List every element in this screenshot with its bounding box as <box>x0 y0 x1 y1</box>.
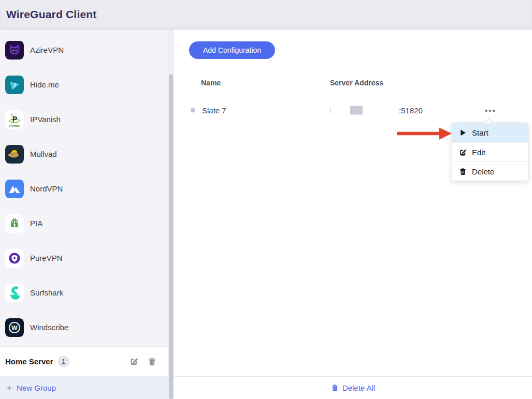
hideme-logo-icon <box>5 76 24 94</box>
sidebar-item-azirevpn[interactable]: AzireVPN <box>0 33 174 67</box>
row-context-menu: Start Edit Delete <box>452 123 528 181</box>
svg-text:IPVANISH: IPVANISH <box>9 124 20 127</box>
new-group-label: New Group <box>17 383 56 392</box>
azirevpn-logo-icon <box>5 41 24 60</box>
provider-label: Windscribe <box>30 323 68 332</box>
app-header: WireGuard Client <box>0 0 532 29</box>
menu-item-start[interactable]: Start <box>452 123 528 142</box>
redacted-address-fragment <box>330 107 331 114</box>
page-title: WireGuard Client <box>6 8 97 21</box>
menu-item-label: Edit <box>472 148 485 157</box>
sidebar-item-ipvanish[interactable]: PIPVANISH IPVanish <box>0 102 174 137</box>
svg-text:W: W <box>11 324 18 331</box>
red-pointer-arrow <box>397 126 452 143</box>
play-icon <box>459 129 467 137</box>
wireguard-client-app: WireGuard Client AzireVPN Hide.me <box>0 0 532 399</box>
sidebar-item-windscribe[interactable]: W Windscribe <box>0 310 174 345</box>
surfshark-logo-icon <box>5 284 24 302</box>
pia-logo-icon <box>5 214 24 233</box>
menu-item-edit[interactable]: Edit <box>452 142 528 161</box>
provider-label: Mullvad <box>30 150 57 158</box>
provider-label: IPVanish <box>30 115 61 124</box>
new-group-button[interactable]: + New Group <box>0 376 174 399</box>
sidebar-item-purevpn[interactable]: PureVPN <box>0 241 174 275</box>
add-configuration-button[interactable]: Add Configuration <box>189 41 275 59</box>
sidebar-scrollbar-thumb[interactable] <box>169 74 173 399</box>
delete-all-label: Delete All <box>342 383 375 392</box>
sidebar: AzireVPN Hide.me PIPVANISH IPVanish <box>0 29 174 399</box>
sidebar-item-hideme[interactable]: Hide.me <box>0 67 174 102</box>
svg-text:P: P <box>12 114 17 123</box>
row-actions-menu-button[interactable]: ••• <box>482 106 499 114</box>
config-name: Slate 7 <box>202 106 226 114</box>
sidebar-item-nordvpn[interactable]: NordVPN <box>0 171 174 206</box>
redacted-address-box <box>350 106 363 114</box>
group-actions <box>130 357 156 366</box>
edit-group-icon[interactable] <box>130 357 138 366</box>
nordvpn-logo-icon <box>5 180 24 198</box>
table-row: Slate 7 :51820 ••• <box>186 96 521 124</box>
group-name: Home Server <box>5 357 53 366</box>
delete-all-button[interactable]: Delete All <box>174 376 532 399</box>
table-header-row: Name Server Address <box>186 69 521 96</box>
main-panel: Add Configuration Name Server Address Sl… <box>174 29 532 399</box>
provider-label: PIA <box>30 219 42 228</box>
sidebar-item-mullvad[interactable]: Mullvad <box>0 137 174 171</box>
provider-label: AzireVPN <box>30 46 64 54</box>
provider-label: NordVPN <box>30 184 63 193</box>
group-count-badge: 1 <box>58 356 69 367</box>
menu-item-delete[interactable]: Delete <box>452 161 528 181</box>
edit-icon <box>459 149 467 156</box>
purevpn-logo-icon <box>5 249 24 268</box>
provider-label: PureVPN <box>30 254 63 262</box>
plus-icon: + <box>6 383 12 393</box>
delete-group-icon[interactable] <box>148 357 156 366</box>
status-dot <box>191 108 195 112</box>
column-header-server-address: Server Address <box>330 79 383 87</box>
provider-list: AzireVPN Hide.me PIPVANISH IPVanish <box>0 29 174 346</box>
trash-icon <box>331 384 339 392</box>
configurations-table: Name Server Address Slate 7 :51820 ••• <box>186 69 521 124</box>
ipvanish-logo-icon: PIPVANISH <box>5 110 24 129</box>
group-home-server[interactable]: Home Server 1 <box>0 346 174 376</box>
column-header-name: Name <box>201 79 221 87</box>
menu-item-label: Delete <box>472 167 494 176</box>
mullvad-logo-icon <box>5 145 24 164</box>
sidebar-item-pia[interactable]: PIA <box>0 206 174 241</box>
sidebar-scrollbar-track[interactable] <box>168 29 174 399</box>
sidebar-item-surfshark[interactable]: Surfshark <box>0 275 174 310</box>
provider-label: Surfshark <box>30 288 63 297</box>
provider-label: Hide.me <box>30 80 59 89</box>
server-port: :51820 <box>399 106 423 114</box>
menu-item-label: Start <box>472 128 488 137</box>
trash-icon <box>459 168 467 175</box>
windscribe-logo-icon: W <box>5 318 24 337</box>
